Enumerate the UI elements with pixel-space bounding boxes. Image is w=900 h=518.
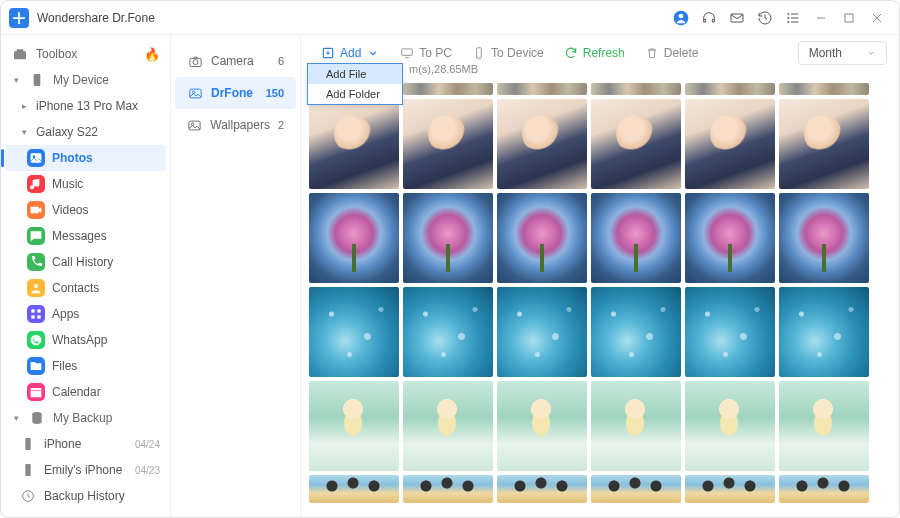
thumbnail[interactable] — [685, 99, 775, 189]
thumbnail[interactable] — [591, 83, 681, 95]
thumbnail[interactable] — [779, 99, 869, 189]
camera-icon — [187, 53, 203, 69]
cat-videos[interactable]: Videos — [5, 197, 166, 223]
app-title: Wondershare Dr.Fone — [37, 11, 155, 25]
svg-rect-20 — [31, 315, 34, 318]
svg-point-3 — [788, 13, 789, 14]
mail-icon[interactable] — [723, 4, 751, 32]
chevron-down-icon: ▾ — [19, 127, 29, 137]
mirror-icon — [11, 513, 29, 517]
cat-files[interactable]: Files — [5, 353, 166, 379]
thumbnail[interactable] — [685, 287, 775, 377]
thumbnail[interactable] — [309, 381, 399, 471]
thumbnail[interactable] — [685, 193, 775, 283]
thumbnail[interactable] — [497, 475, 587, 503]
thumbnail[interactable] — [403, 99, 493, 189]
thumbnail[interactable] — [403, 193, 493, 283]
cat-apps[interactable]: Apps — [5, 301, 166, 327]
thumbnail[interactable] — [591, 193, 681, 283]
to-pc-button[interactable]: To PC — [392, 42, 460, 64]
album-wallpapers[interactable]: Wallpapers 2 — [175, 109, 296, 141]
history-icon — [19, 487, 37, 505]
menu-list-icon[interactable] — [779, 4, 807, 32]
svg-rect-19 — [37, 309, 40, 312]
sidebar-my-device[interactable]: ▾ My Device — [5, 67, 166, 93]
cat-photos[interactable]: Photos — [5, 145, 166, 171]
thumbnail[interactable] — [591, 475, 681, 503]
cat-whatsapp[interactable]: WhatsApp — [5, 327, 166, 353]
thumbnail[interactable] — [497, 193, 587, 283]
thumbnail[interactable] — [591, 381, 681, 471]
music-icon — [27, 175, 45, 193]
add-folder-option[interactable]: Add Folder — [308, 84, 402, 104]
thumbnail[interactable] — [779, 287, 869, 377]
backup-emily[interactable]: Emily's iPhone 04/23 — [5, 457, 166, 483]
to-device-button[interactable]: To Device — [464, 42, 552, 64]
titlebar: Wondershare Dr.Fone — [1, 1, 899, 35]
phone-icon — [27, 253, 45, 271]
cat-music[interactable]: Music — [5, 171, 166, 197]
chevron-down-icon: ▾ — [11, 75, 21, 85]
device-iphone13[interactable]: ▸ iPhone 13 Pro Max — [5, 93, 166, 119]
backup-history[interactable]: Backup History — [5, 483, 166, 509]
album-camera[interactable]: Camera 6 — [175, 45, 296, 77]
add-file-option[interactable]: Add File — [308, 64, 402, 84]
thumbnail[interactable] — [309, 287, 399, 377]
thumbnail[interactable] — [779, 193, 869, 283]
thumbnail[interactable] — [497, 83, 587, 95]
svg-point-22 — [31, 335, 42, 346]
device-galaxy[interactable]: ▾ Galaxy S22 — [5, 119, 166, 145]
thumbnail[interactable] — [685, 475, 775, 503]
refresh-button[interactable]: Refresh — [556, 42, 633, 64]
maximize-button[interactable] — [835, 4, 863, 32]
thumbnail[interactable] — [403, 475, 493, 503]
phone-device-icon — [19, 435, 37, 453]
cat-callhistory[interactable]: Call History — [5, 249, 166, 275]
thumbnail[interactable] — [779, 381, 869, 471]
thumbnail[interactable] — [309, 475, 399, 503]
thumbnail[interactable] — [779, 83, 869, 95]
thumbnail[interactable] — [497, 287, 587, 377]
svg-rect-10 — [845, 14, 853, 22]
close-button[interactable] — [863, 4, 891, 32]
contacts-icon — [27, 279, 45, 297]
svg-rect-21 — [37, 315, 40, 318]
svg-rect-18 — [31, 309, 34, 312]
month-dropdown[interactable]: Month — [798, 41, 887, 65]
svg-point-1 — [679, 13, 684, 18]
cat-messages[interactable]: Messages — [5, 223, 166, 249]
thumbnail[interactable] — [403, 287, 493, 377]
cat-calendar[interactable]: Calendar — [5, 379, 166, 405]
delete-button[interactable]: Delete — [637, 42, 707, 64]
svg-rect-2 — [731, 14, 743, 22]
thumbnail[interactable] — [685, 83, 775, 95]
thumbnail[interactable] — [403, 381, 493, 471]
sidebar-my-backup[interactable]: ▾ My Backup — [5, 405, 166, 431]
thumbnail[interactable] — [497, 99, 587, 189]
svg-rect-13 — [34, 74, 41, 86]
thumbnail[interactable] — [591, 287, 681, 377]
backup-iphone[interactable]: iPhone 04/24 — [5, 431, 166, 457]
backup-icon — [28, 409, 46, 427]
thumbnail[interactable] — [309, 193, 399, 283]
content-toolbar: Add To PC To Device Refresh Delete Month — [301, 35, 899, 71]
thumbnail[interactable] — [403, 83, 493, 95]
cat-contacts[interactable]: Contacts — [5, 275, 166, 301]
thumbnail[interactable] — [309, 99, 399, 189]
add-button[interactable]: Add — [313, 42, 388, 64]
minimize-button[interactable] — [807, 4, 835, 32]
thumbnail[interactable] — [497, 381, 587, 471]
svg-rect-16 — [31, 207, 39, 214]
account-icon[interactable] — [667, 4, 695, 32]
headset-icon[interactable] — [695, 4, 723, 32]
thumbnail[interactable] — [779, 475, 869, 503]
svg-rect-41 — [402, 49, 413, 55]
thumbnail[interactable] — [685, 381, 775, 471]
device-icon — [28, 71, 46, 89]
history-icon[interactable] — [751, 4, 779, 32]
sidebar-toolbox[interactable]: Toolbox 🔥 — [5, 41, 166, 67]
album-drfone[interactable]: DrFone 150 — [175, 77, 296, 109]
toolbox-icon — [11, 45, 29, 63]
thumbnail[interactable] — [591, 99, 681, 189]
sidebar-screen-mirror[interactable]: Screen Mirror — [5, 509, 166, 517]
